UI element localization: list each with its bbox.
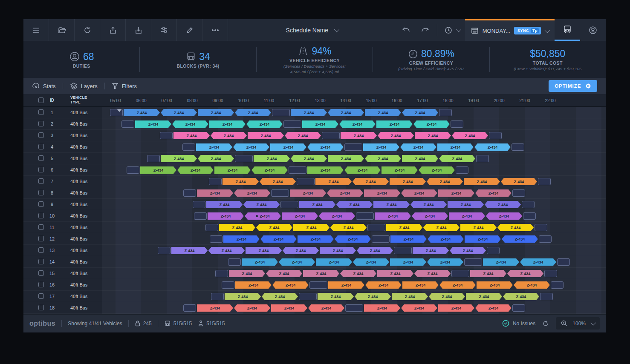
service-trip-block[interactable]: Z-434 xyxy=(208,212,244,220)
deadhead-block[interactable] xyxy=(228,258,241,266)
service-trip-block[interactable]: Z-434 xyxy=(256,224,292,231)
service-trip-block[interactable]: Z-434 xyxy=(246,120,283,128)
service-trip-block[interactable]: Z-434 xyxy=(401,189,437,197)
deadhead-block[interactable] xyxy=(345,304,363,312)
deadhead-block[interactable] xyxy=(280,201,298,208)
row-checkbox[interactable] xyxy=(38,178,44,184)
service-trip-block[interactable]: Z-434 xyxy=(344,166,381,174)
service-trip-block[interactable]: Z-434 xyxy=(470,270,506,277)
deadhead-block[interactable] xyxy=(297,178,315,185)
service-trip-block[interactable]: Z-434 xyxy=(279,258,315,266)
service-trip-block[interactable]: Z-434 xyxy=(229,270,265,277)
service-trip-block[interactable]: Z-434 xyxy=(198,109,234,116)
service-trip-block[interactable]: Z-434 xyxy=(390,235,427,243)
service-trip-block[interactable]: Z-434 xyxy=(328,109,364,116)
service-trip-block[interactable]: Z-434 xyxy=(248,132,284,139)
service-trip-block[interactable]: Z-434 xyxy=(340,270,376,277)
service-trip-block[interactable]: Z-434 xyxy=(330,224,367,231)
service-trip-block[interactable]: Z-434 xyxy=(415,132,451,139)
service-trip-block[interactable]: Z-434 xyxy=(364,304,400,312)
service-trip-block[interactable]: Z-434 xyxy=(507,270,543,277)
deadhead-block[interactable] xyxy=(512,189,525,197)
service-trip-block[interactable]: Z-434 xyxy=(363,143,399,151)
deadhead-block[interactable] xyxy=(512,304,525,312)
service-trip-block[interactable]: Z-434 xyxy=(339,120,376,128)
service-trip-block[interactable]: Z-434 xyxy=(497,224,534,231)
service-trip-block[interactable]: Z-434 xyxy=(402,281,439,289)
deadhead-block[interactable] xyxy=(539,235,552,243)
service-trip-block[interactable]: Z-434 xyxy=(485,201,521,208)
row-checkbox[interactable] xyxy=(38,270,44,276)
service-trip-block[interactable]: Z-434 xyxy=(124,109,160,116)
refresh-button[interactable] xyxy=(75,19,100,41)
service-trip-block[interactable]: Z-434 xyxy=(235,281,272,289)
deadhead-block[interactable] xyxy=(289,166,306,174)
select-all-checkbox[interactable] xyxy=(38,97,44,103)
redo-button[interactable] xyxy=(416,19,435,41)
service-trip-block[interactable]: Z-434 xyxy=(319,212,355,220)
row-checkbox[interactable] xyxy=(38,236,44,241)
service-trip-block[interactable]: Z-434 xyxy=(271,304,307,312)
optimize-button[interactable]: OPTIMIZE ⚙ xyxy=(549,80,597,92)
service-trip-block[interactable]: Z-434 xyxy=(412,212,448,220)
service-trip-block[interactable]: Z-434 xyxy=(260,178,296,185)
deadhead-block[interactable] xyxy=(535,224,547,231)
deadhead-block[interactable] xyxy=(487,247,500,254)
service-trip-block[interactable]: Z-434 xyxy=(307,166,344,174)
row-checkbox[interactable] xyxy=(38,190,44,195)
service-trip-block[interactable]: Z-434 xyxy=(285,132,321,139)
service-trip-block[interactable]: Z-434 xyxy=(198,155,234,162)
service-trip-block[interactable]: Z-434 xyxy=(401,304,437,312)
deadhead-block[interactable] xyxy=(271,189,289,197)
service-trip-block[interactable]: Z-434 xyxy=(448,201,484,208)
service-trip-block[interactable]: Z-434 xyxy=(413,120,450,128)
service-trip-block[interactable]: Z-434 xyxy=(242,258,278,266)
service-trip-block[interactable]: Z-434 xyxy=(386,224,422,231)
deadhead-block[interactable] xyxy=(344,143,362,151)
service-trip-block[interactable]: Z-434 xyxy=(293,224,329,231)
undo-button[interactable] xyxy=(396,19,416,41)
service-trip-block[interactable]: Z-434 xyxy=(211,132,247,139)
row-checkbox[interactable] xyxy=(38,167,44,172)
deadhead-block[interactable] xyxy=(544,270,557,277)
service-trip-block[interactable]: Z-434 xyxy=(400,143,436,151)
service-trip-block[interactable]: Z-434 xyxy=(197,304,233,312)
service-trip-block[interactable]: Z-434 xyxy=(475,304,512,312)
open-schedule-button[interactable] xyxy=(49,19,75,41)
service-trip-block[interactable]: Z-434 xyxy=(486,212,522,220)
service-trip-block[interactable]: Z-434 xyxy=(375,212,411,220)
deadhead-block[interactable] xyxy=(193,201,205,208)
service-trip-block[interactable]: Z-434 xyxy=(233,143,269,151)
service-trip-block[interactable]: Z-434 xyxy=(439,155,475,162)
deadhead-block[interactable] xyxy=(538,178,551,185)
export-button[interactable] xyxy=(100,19,126,41)
service-trip-block[interactable]: Z-434 xyxy=(219,224,255,231)
service-trip-block[interactable]: Z-434 xyxy=(223,235,260,243)
service-trip-block[interactable]: Z-434 xyxy=(474,143,511,151)
deadhead-block[interactable] xyxy=(158,247,171,254)
deadhead-block[interactable] xyxy=(540,293,553,300)
deadhead-block[interactable] xyxy=(182,143,195,151)
service-trip-block[interactable]: Z-434 xyxy=(464,178,500,185)
deadhead-block[interactable] xyxy=(183,189,196,197)
deadhead-block[interactable] xyxy=(456,166,468,174)
service-trip-block[interactable]: Z-434 xyxy=(214,166,251,174)
service-trip-block[interactable]: Z-434 xyxy=(171,247,208,254)
service-trip-block[interactable]: Z-434 xyxy=(410,201,447,208)
service-trip-block[interactable]: Z-434 xyxy=(315,178,352,185)
service-trip-block[interactable]: Z-434 xyxy=(414,270,451,277)
service-trip-block[interactable]: Z-434 xyxy=(341,132,377,139)
service-trip-block[interactable]: Z-434 xyxy=(427,178,463,185)
deadhead-block[interactable] xyxy=(394,247,412,254)
service-trip-block[interactable]: Z-434 xyxy=(266,270,302,277)
service-trip-block[interactable]: Z-434 xyxy=(245,212,281,220)
service-trip-block[interactable]: Z-434 xyxy=(514,281,550,289)
row-checkbox[interactable] xyxy=(38,144,44,149)
service-trip-block[interactable]: Z-434 xyxy=(520,258,556,266)
service-trip-block[interactable]: Z-434 xyxy=(197,189,233,197)
service-trip-block[interactable]: Z-434 xyxy=(365,155,401,162)
service-trip-block[interactable]: Z-434 xyxy=(327,189,363,197)
service-trip-block[interactable]: Z-434 xyxy=(196,143,232,151)
service-trip-block[interactable]: Z-434 xyxy=(161,155,197,162)
service-trip-block[interactable]: Z-434 xyxy=(373,201,410,208)
